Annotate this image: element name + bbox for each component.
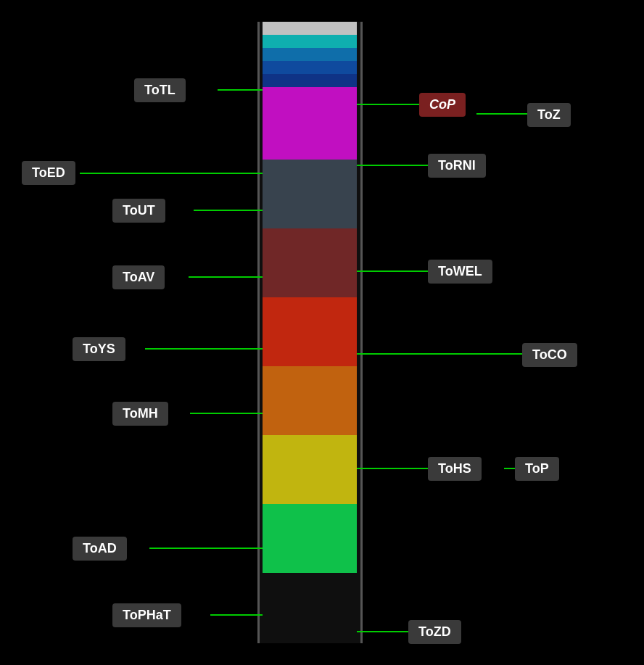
line-ToCO (357, 353, 522, 355)
line-ToED (80, 173, 263, 174)
line-ToZD (357, 631, 408, 632)
label-ToZ: ToZ (527, 103, 571, 127)
line-CoP-2 (476, 113, 527, 115)
line-ToHS (357, 468, 428, 469)
line-ToUT (194, 210, 263, 211)
label-ToED: ToED (22, 161, 75, 185)
label-ToYS: ToYS (73, 337, 125, 361)
label-ToAV: ToAV (112, 265, 165, 289)
line-ToYS (145, 348, 263, 350)
label-ToMH: ToMH (112, 402, 168, 426)
line-CoP-1 (357, 104, 419, 105)
line-ToAD (149, 548, 263, 549)
line-ToWEL (357, 270, 428, 272)
label-ToWEL: ToWEL (428, 260, 492, 284)
line-ToRNI (357, 165, 428, 166)
line-ToMH (190, 413, 263, 414)
strip-rail (257, 22, 363, 643)
label-ToCO: ToCO (522, 343, 577, 367)
line-ToHS-ToP (504, 468, 515, 469)
label-ToAD: ToAD (73, 537, 127, 561)
line-ToAV (189, 276, 263, 278)
label-ToP: ToP (515, 457, 559, 481)
label-ToRNI: ToRNI (428, 154, 486, 178)
label-CoP: CoP (419, 93, 466, 117)
line-ToTL (218, 89, 263, 91)
label-ToUT: ToUT (112, 199, 165, 223)
label-ToHS: ToHS (428, 457, 482, 481)
label-ToTL: ToTL (134, 78, 186, 102)
line-ToPHaT (210, 614, 263, 616)
label-ToPHaT: ToPHaT (112, 603, 181, 627)
label-ToZD: ToZD (408, 620, 461, 644)
